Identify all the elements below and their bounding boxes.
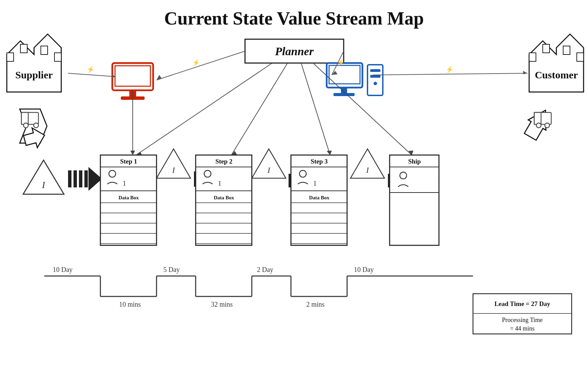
svg-text:Step 3: Step 3 bbox=[311, 158, 328, 165]
svg-rect-1 bbox=[7, 53, 14, 61]
svg-text:I: I bbox=[172, 166, 175, 174]
process-box-ship: Ship bbox=[390, 155, 439, 245]
svg-rect-63 bbox=[79, 170, 82, 187]
svg-marker-44 bbox=[130, 151, 135, 155]
svg-rect-9 bbox=[563, 46, 570, 55]
lead-time-label: Lead Time = 27 Day bbox=[494, 300, 551, 307]
svg-text:Customer: Customer bbox=[535, 69, 578, 80]
timeline-day-1: 5 Day bbox=[163, 266, 180, 274]
svg-line-40 bbox=[68, 73, 116, 77]
svg-text:⚡: ⚡ bbox=[192, 59, 200, 66]
timeline-min-0: 10 mins bbox=[119, 301, 141, 308]
svg-rect-61 bbox=[68, 170, 71, 187]
timeline-min-2: 2 mins bbox=[306, 301, 325, 308]
page-title: Current State Value Stream Map bbox=[164, 8, 424, 29]
svg-rect-2 bbox=[20, 44, 27, 53]
svg-line-26 bbox=[157, 51, 245, 80]
customer-truck-icon bbox=[521, 105, 554, 142]
svg-rect-50 bbox=[21, 112, 28, 124]
svg-point-58 bbox=[545, 123, 550, 128]
svg-rect-21 bbox=[333, 93, 355, 96]
processing-time-label: Processing Time bbox=[502, 317, 543, 323]
process-box-step2: Step 2 1 Data Box bbox=[196, 155, 252, 245]
svg-text:Ship: Ship bbox=[408, 158, 421, 165]
svg-rect-10 bbox=[577, 53, 584, 61]
timeline-day-2: 2 Day bbox=[257, 266, 273, 274]
svg-rect-20 bbox=[341, 88, 347, 94]
supplier-truck-icon bbox=[20, 109, 47, 150]
svg-rect-56 bbox=[534, 112, 541, 124]
inventory-triangle-1: I bbox=[157, 149, 191, 178]
svg-text:1: 1 bbox=[218, 179, 222, 187]
svg-text:I: I bbox=[267, 166, 271, 174]
svg-rect-64 bbox=[84, 170, 88, 187]
svg-text:Planner: Planner bbox=[275, 45, 314, 58]
svg-text:⚡: ⚡ bbox=[446, 66, 454, 73]
svg-rect-8 bbox=[543, 44, 550, 53]
svg-text:⚡: ⚡ bbox=[87, 66, 95, 73]
process-box-step3: Step 3 1 Data Box bbox=[291, 155, 347, 245]
svg-point-51 bbox=[23, 123, 28, 128]
svg-marker-0 bbox=[7, 34, 61, 92]
processing-time-value: = 44 mins bbox=[510, 325, 535, 332]
svg-rect-15 bbox=[115, 66, 150, 86]
svg-rect-3 bbox=[41, 46, 48, 55]
svg-rect-62 bbox=[74, 170, 77, 187]
svg-line-32 bbox=[136, 63, 272, 155]
svg-rect-7 bbox=[529, 53, 536, 61]
process-box-step1: Step 1 1 Data Box bbox=[100, 155, 157, 245]
svg-line-34 bbox=[231, 63, 288, 155]
push-arrow-0 bbox=[68, 167, 102, 191]
svg-text:Supplier: Supplier bbox=[15, 69, 53, 80]
svg-text:⚡: ⚡ bbox=[337, 59, 345, 66]
summary-box: Lead Time = 27 Day Processing Time = 44 … bbox=[473, 294, 572, 334]
svg-line-45 bbox=[373, 73, 527, 75]
svg-text:I: I bbox=[366, 166, 369, 174]
svg-text:Data Box: Data Box bbox=[118, 195, 139, 200]
inventory-triangle-3: I bbox=[350, 149, 385, 178]
svg-text:I: I bbox=[42, 180, 46, 190]
svg-text:Data Box: Data Box bbox=[309, 195, 329, 200]
svg-marker-37 bbox=[327, 151, 332, 155]
svg-rect-24 bbox=[370, 75, 380, 78]
timeline-min-1: 32 mins bbox=[211, 301, 233, 308]
svg-line-36 bbox=[301, 63, 330, 155]
timeline-day-3: 10 Day bbox=[354, 266, 374, 274]
svg-text:1: 1 bbox=[122, 179, 126, 187]
svg-text:Data Box: Data Box bbox=[214, 195, 234, 200]
planner-box: Planner bbox=[245, 39, 344, 63]
svg-text:Step 1: Step 1 bbox=[120, 158, 137, 165]
svg-point-25 bbox=[374, 82, 377, 85]
svg-rect-4 bbox=[54, 53, 61, 61]
svg-marker-6 bbox=[529, 34, 584, 92]
svg-rect-23 bbox=[370, 69, 380, 72]
svg-rect-122 bbox=[390, 155, 439, 245]
svg-text:Step 2: Step 2 bbox=[215, 158, 232, 165]
inventory-triangle-2: I bbox=[252, 149, 286, 178]
timeline-day-0: 10 Day bbox=[53, 266, 72, 274]
svg-text:1: 1 bbox=[313, 179, 317, 187]
supplier-factory-icon: Supplier bbox=[7, 34, 61, 92]
svg-marker-46 bbox=[523, 71, 527, 74]
svg-point-52 bbox=[34, 123, 38, 128]
svg-point-57 bbox=[536, 123, 541, 128]
inventory-triangle-0: I bbox=[23, 160, 64, 194]
customer-factory-icon: Customer bbox=[529, 34, 584, 92]
